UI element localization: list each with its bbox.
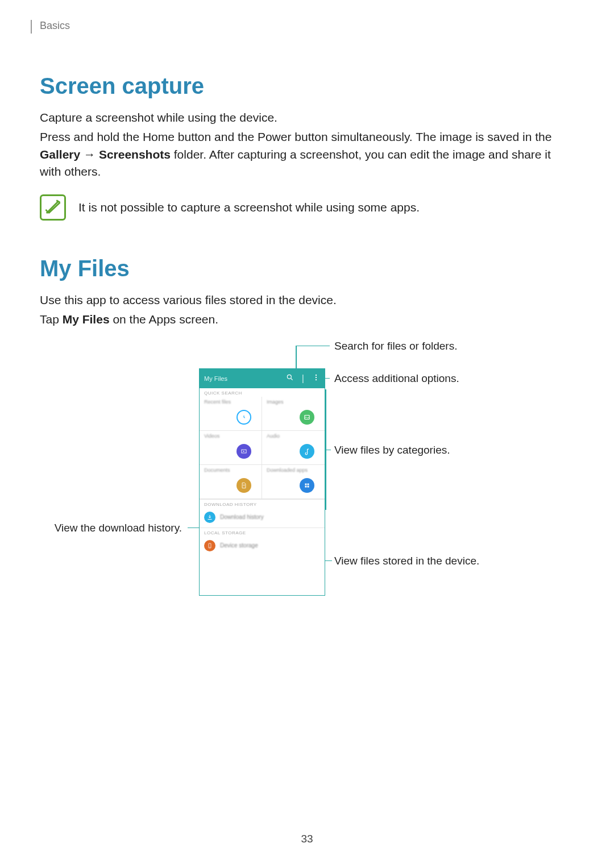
svg-marker-7 [243, 450, 244, 451]
page-number: 33 [0, 833, 614, 845]
note-text: It is not possible to capture a screensh… [78, 201, 420, 214]
category-grid: Recent files Images Videos [200, 397, 325, 499]
callout-search: Search for files or folders. [334, 340, 457, 352]
svg-point-15 [210, 547, 210, 547]
callout-device: View files stored in the device. [334, 555, 479, 567]
heading-screen-capture: Screen capture [40, 73, 574, 99]
svg-rect-10 [305, 483, 307, 485]
download-icon [204, 512, 215, 523]
svg-line-1 [291, 378, 293, 380]
callout-categories: View files by categories. [334, 444, 450, 456]
video-icon [237, 444, 251, 459]
paragraph: Capture a screenshot while using the dev… [40, 109, 574, 126]
category-images[interactable]: Images [262, 397, 325, 431]
callout-options: Access additional options. [334, 372, 459, 385]
svg-point-4 [316, 379, 317, 380]
callout-download: View the download history. [55, 522, 182, 534]
more-options-icon[interactable] [312, 373, 320, 384]
quick-search-label: QUICK SEARCH [200, 388, 325, 397]
heading-my-files: My Files [40, 256, 574, 281]
note-icon [40, 194, 66, 221]
paragraph: Tap My Files on the Apps screen. [40, 311, 574, 328]
svg-rect-11 [308, 483, 309, 485]
clock-icon [237, 410, 251, 425]
image-icon [300, 410, 314, 425]
search-icon[interactable] [286, 373, 294, 384]
download-history-item[interactable]: Download history [200, 508, 325, 528]
category-audio[interactable]: Audio [262, 431, 325, 465]
audio-icon [300, 444, 314, 459]
breadcrumb: Basics [40, 20, 70, 31]
phone-screenshot: My Files | QUICK SEARCH Recent files [199, 368, 325, 596]
figure-my-files: Search for files or folders. Access addi… [40, 346, 574, 607]
category-downloaded-apps[interactable]: Downloaded apps [262, 465, 325, 499]
paragraph: Press and hold the Home button and the P… [40, 128, 574, 180]
document-icon [237, 478, 251, 493]
svg-point-0 [287, 375, 291, 379]
phone-title: My Files [204, 375, 227, 382]
category-recent-files[interactable]: Recent files [200, 397, 262, 431]
phone-titlebar: My Files | [200, 369, 325, 388]
svg-rect-12 [305, 485, 307, 487]
svg-point-3 [316, 376, 317, 377]
svg-point-2 [316, 374, 317, 375]
local-storage-label: LOCAL STORAGE [200, 528, 325, 537]
category-videos[interactable]: Videos [200, 431, 262, 465]
svg-rect-13 [308, 485, 309, 487]
device-icon [204, 540, 215, 551]
note: It is not possible to capture a screensh… [40, 194, 574, 221]
category-documents[interactable]: Documents [200, 465, 262, 499]
paragraph: Use this app to access various files sto… [40, 292, 574, 309]
apps-icon [300, 478, 314, 493]
device-storage-item[interactable]: Device storage [200, 537, 325, 556]
download-history-label: DOWNLOAD HISTORY [200, 499, 325, 508]
